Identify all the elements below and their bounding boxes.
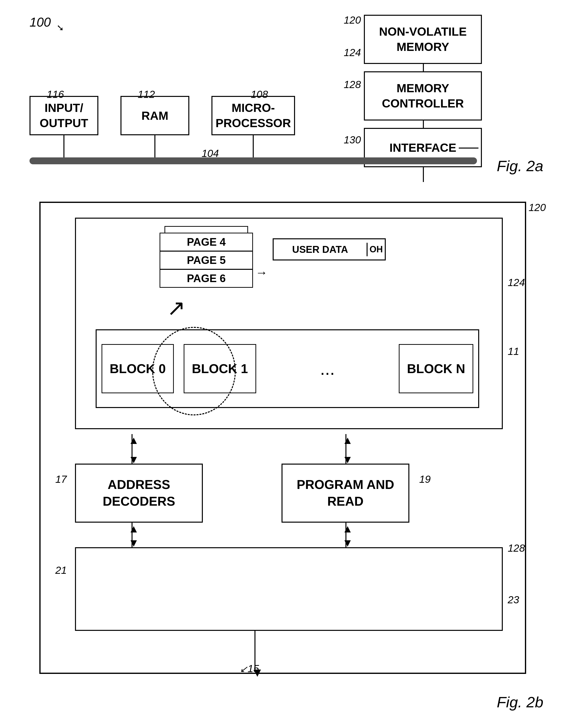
fig2a-diagram: 100 ➘ NON-VOLATILE MEMORY 120 124 MEMORY…: [15, 10, 556, 177]
label-124-fig2a: 124: [344, 47, 361, 58]
ram-box-fig2a: RAM: [121, 96, 189, 135]
vline-io: [63, 135, 64, 157]
block1-box: BLOCK 1: [184, 344, 256, 393]
label-128-fig2a: 128: [344, 79, 361, 90]
label-17: 17: [55, 473, 67, 485]
label-23: 23: [508, 594, 519, 606]
fig2b-diagram: PAGE 4 PAGE 5 PAGE 6 → USER DATA OH: [15, 197, 556, 713]
label-19: 19: [419, 473, 431, 485]
bus-line: [29, 157, 477, 164]
page-top-tab: [164, 226, 248, 233]
label-130-fig2a: 130: [344, 134, 361, 146]
mem-ctrl-label: MEMORY CONTROLLER: [382, 81, 464, 111]
label-21: 21: [55, 565, 67, 576]
prog-label: PROGRAM AND READ: [297, 476, 394, 510]
page5-tab: PAGE 5: [160, 251, 253, 269]
arrow-up-addr-ctrl: ▲: [128, 523, 139, 535]
micro-label: MICRO- PROCESSOR: [216, 100, 291, 131]
nvm-label: NON-VOLATILE MEMORY: [379, 24, 467, 55]
vline-micro: [253, 135, 254, 157]
pages-stack: PAGE 4 PAGE 5 PAGE 6: [160, 226, 253, 288]
nvm-box: NON-VOLATILE MEMORY: [364, 15, 482, 64]
page6-tab: PAGE 6: [160, 269, 253, 288]
block-dots: ...: [261, 359, 394, 379]
label-120-fig2a: 120: [344, 14, 361, 26]
vline-nvm-memctrl: [423, 64, 424, 72]
label-11: 11: [508, 345, 519, 357]
arrow-100: ➘: [56, 23, 64, 33]
io-box: INPUT/ OUTPUT: [29, 96, 98, 135]
userdata-box: USER DATA OH: [273, 238, 386, 260]
curved-arrow: ↗: [167, 295, 185, 321]
page: 100 ➘ NON-VOLATILE MEMORY 120 124 MEMORY…: [0, 0, 579, 728]
blockn-box: BLOCK N: [399, 344, 473, 393]
blocks-row: BLOCK 0 BLOCK 1 ... BLOCK N: [96, 329, 479, 408]
inner-124-box: PAGE 4 PAGE 5 PAGE 6 → USER DATA OH: [75, 218, 503, 429]
oh-label: OH: [368, 243, 385, 256]
prog-read-box: PROGRAM AND READ: [282, 464, 410, 523]
page4-tab: PAGE 4: [160, 233, 253, 251]
label-128-fig2b: 128: [508, 542, 525, 554]
block0-box: BLOCK 0: [102, 344, 174, 393]
fig2a-title: Fig. 2a: [497, 157, 543, 175]
userdata-label: USER DATA: [274, 243, 368, 256]
arrow-up-to-addr: ▲: [128, 434, 139, 446]
mem-ctrl-box: MEMORY CONTROLLER: [364, 71, 482, 121]
controller-box: CONTROLLER RAM ECC: [75, 547, 503, 631]
arrow-pages-userdata: →: [256, 265, 268, 280]
arrow-up-prog-ctrl: ▲: [342, 523, 353, 535]
addr-decoders-box: ADDRESS DECODERS: [75, 464, 203, 523]
vline-iface-bus: [423, 167, 424, 182]
vline-memctrl-iface: [423, 121, 424, 129]
vline-ram-fig2a: [154, 135, 155, 157]
label-15: ↙15: [240, 663, 259, 675]
io-label: INPUT/ OUTPUT: [40, 100, 88, 131]
microprocessor-box: MICRO- PROCESSOR: [211, 96, 295, 135]
label-124-fig2b: 124: [508, 277, 525, 288]
label-120-fig2b: 120: [529, 202, 546, 213]
arrow-up-to-prog: ▲: [342, 434, 353, 446]
fig2b-title: Fig. 2b: [497, 693, 543, 711]
outer-120-box: PAGE 4 PAGE 5 PAGE 6 → USER DATA OH: [40, 202, 526, 674]
addr-label: ADDRESS DECODERS: [103, 476, 175, 510]
hline-right: [459, 148, 478, 149]
label-100: 100: [29, 15, 51, 29]
